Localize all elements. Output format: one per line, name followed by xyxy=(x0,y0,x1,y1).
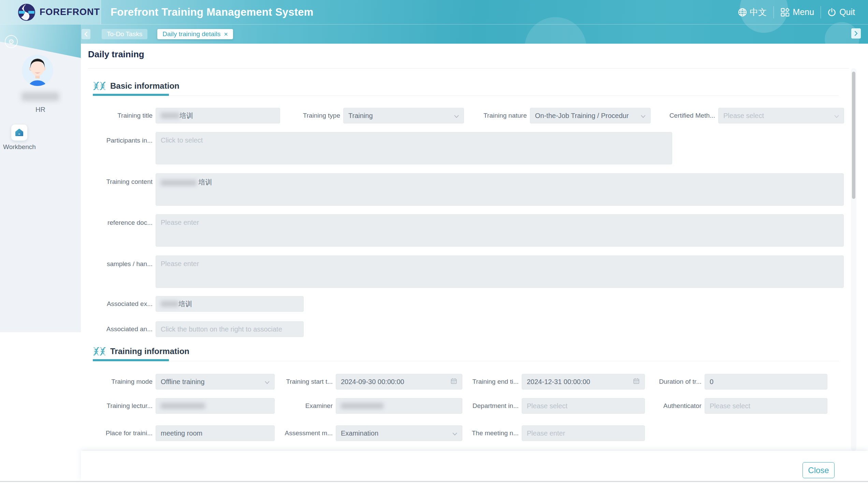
chevron-down-icon xyxy=(834,112,839,120)
panel-footer: Close xyxy=(81,451,868,481)
training-nature-label: Training nature xyxy=(464,112,527,119)
reference-doc-label: reference doc... xyxy=(81,214,153,226)
assessment-value: Examination xyxy=(341,429,378,437)
redacted-text xyxy=(161,113,179,119)
associated-annex-label: Associated an... xyxy=(81,325,153,333)
header-bar: FOREFRONT Forefront Training Management … xyxy=(0,0,868,25)
user-role: HR xyxy=(0,106,81,114)
app-title: Forefront Training Management System xyxy=(111,6,314,18)
associated-exam-input[interactable]: 培训 xyxy=(156,296,304,312)
logo-icon xyxy=(18,3,35,21)
redacted-text xyxy=(161,403,205,409)
training-type-value: Training xyxy=(348,112,373,120)
globe-icon xyxy=(738,8,747,17)
department-select[interactable] xyxy=(522,398,645,414)
calendar-icon xyxy=(450,378,457,386)
certified-method-placeholder: Please select xyxy=(723,112,764,120)
meeting-number-label: The meeting n... xyxy=(462,429,519,437)
chevron-down-icon xyxy=(452,429,457,437)
section-title: Basic information xyxy=(110,81,179,91)
header-divider xyxy=(773,6,774,18)
training-lecturer-input[interactable] xyxy=(156,398,275,414)
tab-bar: To-Do Tasks Daily training details × xyxy=(0,25,868,43)
close-button[interactable]: Close xyxy=(802,462,835,478)
assessment-label: Assessment m... xyxy=(275,429,333,437)
assessment-select[interactable]: Examination xyxy=(336,425,462,441)
examiner-input[interactable] xyxy=(336,398,462,414)
training-title-value: 培训 xyxy=(179,111,193,120)
close-tab-icon[interactable]: × xyxy=(224,31,228,38)
participants-label: Participants in... xyxy=(81,132,153,144)
chevron-down-icon xyxy=(265,378,270,386)
certified-method-select[interactable]: Please select xyxy=(718,108,844,123)
quit-label: Quit xyxy=(839,7,855,17)
logo: FOREFRONT xyxy=(0,0,101,24)
sidebar: ⚙ HR xyxy=(0,25,81,332)
tabs-scroll-left-button[interactable] xyxy=(82,29,90,39)
training-mode-label: Training mode xyxy=(81,378,153,385)
samples-textarea[interactable] xyxy=(156,255,844,288)
main-panel: Daily training xyxy=(81,44,868,481)
divider xyxy=(0,481,868,482)
training-start-label: Training start t... xyxy=(275,378,333,385)
samples-label: samples / han... xyxy=(81,255,153,268)
dna-icon xyxy=(93,347,106,356)
section-training-information: Training information xyxy=(93,347,851,356)
training-end-datepicker[interactable]: 2024-12-31 00:00:00 xyxy=(522,374,645,390)
chevron-down-icon xyxy=(641,112,646,120)
training-end-value: 2024-12-31 00:00:00 xyxy=(527,378,590,386)
language-switch-button[interactable]: 中文 xyxy=(738,6,767,18)
language-label: 中文 xyxy=(750,6,767,18)
training-content-value: 培训 xyxy=(199,178,212,186)
training-start-datepicker[interactable]: 2024-09-30 00:00:00 xyxy=(336,374,462,390)
participants-textarea[interactable] xyxy=(156,132,672,164)
meeting-number-input[interactable] xyxy=(522,425,645,441)
redacted-text xyxy=(161,301,178,307)
scrollbar-thumb[interactable] xyxy=(852,72,855,199)
menu-button[interactable]: Menu xyxy=(780,7,814,17)
tabs-scroll-right-button[interactable] xyxy=(851,28,861,39)
user-name-redacted xyxy=(21,92,59,101)
training-nature-select[interactable]: On-the-Job Training / Procedur xyxy=(530,108,651,123)
training-lecturer-label: Training lectur... xyxy=(81,402,153,410)
duration-input[interactable] xyxy=(705,374,827,390)
avatar[interactable] xyxy=(22,55,53,86)
tab-label: To-Do Tasks xyxy=(107,30,142,38)
training-content-textarea[interactable]: 培训 xyxy=(156,173,844,206)
workbench-button[interactable] xyxy=(11,125,27,141)
chevron-down-icon xyxy=(454,112,459,120)
duration-label: Duration of tr... xyxy=(645,378,701,385)
section-title: Training information xyxy=(110,347,189,356)
header-actions: 中文 Menu xyxy=(738,6,868,18)
dna-icon xyxy=(93,82,106,90)
logo-text: FOREFRONT xyxy=(40,7,100,17)
power-icon xyxy=(827,8,836,17)
training-title-label: Training title xyxy=(81,112,153,119)
scrollbar[interactable] xyxy=(851,68,856,451)
quit-button[interactable]: Quit xyxy=(827,7,855,17)
examiner-label: Examiner xyxy=(275,402,333,410)
workbench-label: Workbench xyxy=(0,143,39,151)
section-basic-information: Basic information xyxy=(93,81,851,91)
training-type-select[interactable]: Training xyxy=(343,108,464,123)
tab-daily-training-details[interactable]: Daily training details × xyxy=(157,29,233,39)
associated-annex-input[interactable] xyxy=(156,321,304,337)
tab-todo-tasks[interactable]: To-Do Tasks xyxy=(102,29,147,39)
training-mode-select[interactable]: Offline training xyxy=(156,374,275,390)
calendar-icon xyxy=(633,378,640,386)
grid-menu-icon xyxy=(780,8,790,17)
training-title-input[interactable]: 培训 xyxy=(156,108,280,123)
certified-method-label: Certified Meth... xyxy=(651,112,715,119)
tab-label: Daily training details xyxy=(162,30,220,38)
place-input[interactable] xyxy=(156,425,275,441)
authenticator-select[interactable] xyxy=(705,398,827,414)
section-underline xyxy=(93,94,832,96)
reference-doc-textarea[interactable] xyxy=(156,214,844,247)
gear-icon: ⚙ xyxy=(8,38,14,46)
app-window: FOREFRONT Forefront Training Management … xyxy=(0,0,868,483)
training-type-label: Training type xyxy=(280,112,340,119)
training-mode-value: Offline training xyxy=(161,378,205,386)
settings-gear-button[interactable]: ⚙ xyxy=(5,35,18,48)
training-end-label: Training end ti... xyxy=(462,378,519,385)
department-label: Department in... xyxy=(462,402,519,410)
